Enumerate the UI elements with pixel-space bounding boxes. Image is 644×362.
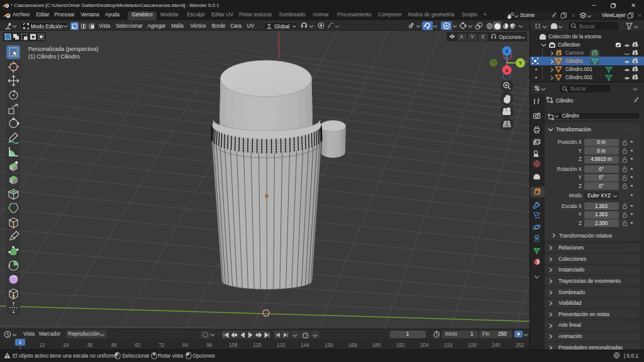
- svg-text:Personalizada (perspectiva): Personalizada (perspectiva): [28, 46, 99, 52]
- svg-text:Z: Z: [506, 48, 509, 54]
- svg-text:Y: Y: [519, 60, 523, 66]
- svg-text:‹: ‹: [526, 58, 528, 65]
- svg-text:X: X: [505, 68, 509, 74]
- svg-text:(1) Cilindro | Cilindro: (1) Cilindro | Cilindro: [28, 53, 80, 60]
